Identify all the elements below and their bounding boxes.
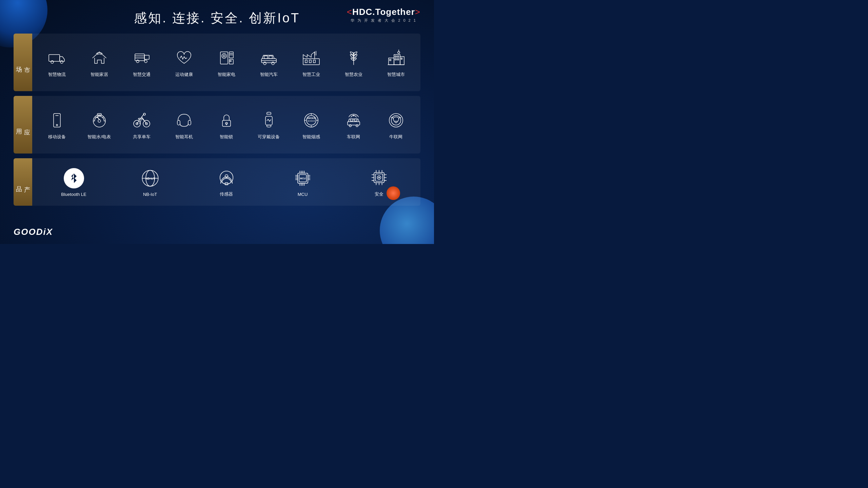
smoke-label: 智能烟感 <box>302 134 320 140</box>
item-logistics: 智慧物流 <box>36 47 78 78</box>
water-meter-label: 智能水/电表 <box>87 134 111 140</box>
item-transport: 智慧交通 <box>120 47 163 78</box>
mcu-icon: MCU <box>292 167 314 189</box>
goodix-logo: GOODiX <box>14 227 53 237</box>
item-smart-home: 智能家居 <box>78 47 120 78</box>
car-net-icon <box>343 109 364 131</box>
svg-rect-58 <box>188 120 191 125</box>
item-sensor: 传感器 <box>188 167 264 197</box>
item-bluetooth: Bluetooth LE <box>36 167 112 197</box>
nb-iot-icon: NB-IoT <box>139 167 161 189</box>
item-earphone: 智能耳机 <box>163 109 205 140</box>
sensor-label: 传感器 <box>220 191 233 197</box>
svg-point-79 <box>353 115 354 116</box>
wearable-label: 可穿戴设备 <box>258 134 280 140</box>
lock-label: 智能锁 <box>220 134 233 140</box>
bus-icon <box>131 47 153 69</box>
svg-rect-38 <box>401 58 402 59</box>
svg-rect-77 <box>350 119 353 121</box>
svg-point-19 <box>272 62 274 65</box>
item-bike: 共享单车 <box>120 109 163 140</box>
svg-rect-4 <box>144 55 149 59</box>
city-label: 智慧城市 <box>387 72 405 78</box>
appliance-icon <box>216 47 237 69</box>
item-lock: 智能锁 <box>205 109 248 140</box>
svg-point-83 <box>396 118 398 120</box>
earphone-label: 智能耳机 <box>175 134 193 140</box>
svg-rect-0 <box>49 55 60 61</box>
svg-rect-30 <box>389 58 394 65</box>
market-items: 智慧物流 智能家居 智慧交通 运动健康 <box>32 34 420 91</box>
home-wifi-icon <box>88 47 110 69</box>
svg-point-40 <box>398 52 400 54</box>
bluetooth-label: Bluetooth LE <box>61 192 86 197</box>
smoke-sensor-icon: SMOKESENSOR <box>300 109 322 131</box>
bluetooth-icon <box>63 167 85 189</box>
svg-rect-24 <box>305 60 307 63</box>
svg-point-46 <box>98 120 101 122</box>
truck-icon <box>46 47 68 69</box>
item-appliance: 智能家电 <box>205 47 248 78</box>
svg-point-45 <box>93 115 105 127</box>
security-label: 安全 <box>375 191 383 197</box>
app-row: 应用 移动设备 智能水/电表 共享单车 <box>14 96 420 154</box>
cattle-net-icon <box>385 109 407 131</box>
product-label: 产品 <box>14 158 32 206</box>
svg-rect-74 <box>348 122 360 125</box>
svg-rect-33 <box>390 59 391 61</box>
svg-point-18 <box>263 62 266 65</box>
item-wearable: 可穿戴设备 <box>248 109 290 140</box>
svg-point-113 <box>378 177 379 178</box>
product-row: 产品 Bluetooth LE <box>14 158 420 206</box>
security-chip-icon <box>368 167 390 188</box>
car-icon <box>258 47 280 69</box>
svg-rect-13 <box>229 59 233 64</box>
item-car: 智能汽车 <box>248 47 290 78</box>
svg-point-11 <box>223 55 225 57</box>
item-cattle-net: 牛联网 <box>375 109 417 140</box>
item-mobile: 移动设备 <box>36 109 78 140</box>
svg-rect-25 <box>309 60 311 63</box>
item-health: 运动健康 <box>163 47 205 78</box>
transport-label: 智慧交通 <box>133 72 151 78</box>
svg-rect-37 <box>397 59 399 60</box>
svg-text:SMOKE: SMOKE <box>307 117 316 119</box>
product-items: Bluetooth LE NB-IoT NB-IoT <box>32 158 420 206</box>
item-industry: 智慧工业 <box>290 47 332 78</box>
svg-rect-22 <box>269 56 272 59</box>
item-car-net: 车联网 <box>332 109 375 140</box>
svg-point-5 <box>136 60 139 63</box>
bike-label: 共享单车 <box>133 134 151 140</box>
svg-rect-26 <box>313 60 315 63</box>
mobile-label: 移动设备 <box>48 134 66 140</box>
watch-icon <box>258 109 280 131</box>
svg-rect-21 <box>264 56 268 59</box>
main-content: 市场 智慧物流 智能家居 智慧交通 <box>0 34 434 206</box>
svg-rect-35 <box>397 56 399 57</box>
header: 感知. 连接. 安全. 创新IoT <box>0 0 434 30</box>
city-icon <box>385 47 407 69</box>
smart-home-label: 智能家居 <box>91 72 108 78</box>
bike-icon <box>131 109 153 131</box>
earphone-icon <box>173 109 195 131</box>
item-smoke: SMOKESENSOR 智能烟感 <box>290 109 332 140</box>
gauge-icon <box>88 109 110 131</box>
svg-rect-90 <box>225 183 228 185</box>
svg-text:SENSOR: SENSOR <box>307 120 315 122</box>
svg-text:NB-IoT: NB-IoT <box>145 177 155 180</box>
item-security: 安全 <box>341 167 417 197</box>
factory-icon <box>300 47 322 69</box>
health-label: 运动健康 <box>175 72 193 78</box>
logistics-label: 智慧物流 <box>48 72 66 78</box>
appliance-label: 智能家电 <box>218 72 235 78</box>
svg-point-6 <box>144 60 147 63</box>
svg-point-10 <box>222 54 226 58</box>
svg-text:MCU: MCU <box>300 177 305 180</box>
market-row: 市场 智慧物流 智能家居 智慧交通 <box>14 34 420 91</box>
agriculture-label: 智慧农业 <box>345 72 362 78</box>
item-nb-iot: NB-IoT NB-IoT <box>112 167 188 197</box>
car-label: 智能汽车 <box>260 72 278 78</box>
mcu-label: MCU <box>298 192 308 197</box>
item-water-meter: 智能水/电表 <box>78 109 120 140</box>
nb-iot-label: NB-IoT <box>143 192 157 197</box>
